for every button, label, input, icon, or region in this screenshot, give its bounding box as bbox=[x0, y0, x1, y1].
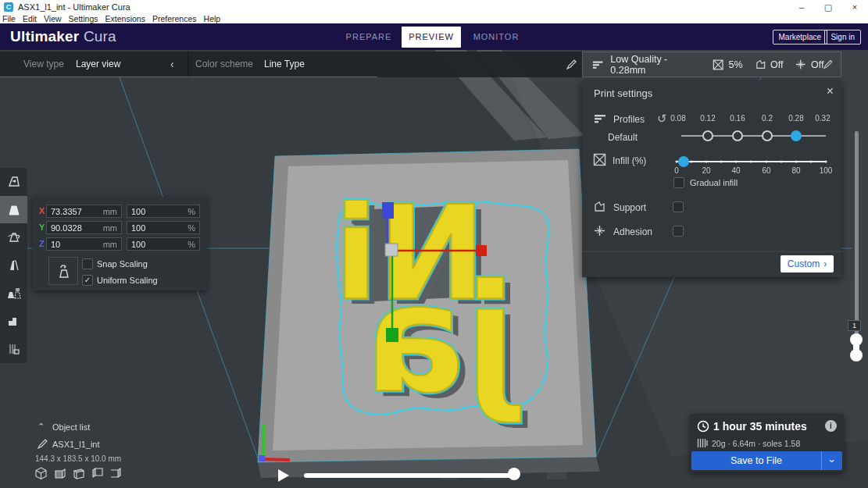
per-model-settings-button[interactable] bbox=[0, 280, 27, 308]
material-spool-icon bbox=[697, 438, 708, 448]
infill-tick: 100 bbox=[814, 166, 838, 175]
scale-z-pct-input[interactable]: 100 % bbox=[127, 237, 200, 251]
layer-number-badge: 1 bbox=[848, 320, 861, 331]
gradual-infill-checkbox[interactable] bbox=[673, 177, 684, 188]
layer-slider-track[interactable] bbox=[855, 131, 859, 337]
menu-file[interactable]: File bbox=[2, 14, 16, 23]
unit-label: mm bbox=[103, 240, 117, 249]
menu-extensions[interactable]: Extensions bbox=[105, 14, 145, 23]
gizmo-y-handle[interactable] bbox=[386, 328, 398, 342]
tab-monitor[interactable]: MONITOR bbox=[469, 23, 523, 50]
scale-z-mm-input[interactable]: 10 mm bbox=[46, 237, 122, 251]
infill-value: 5% bbox=[729, 59, 743, 70]
infill-label: Infill (%) bbox=[613, 155, 646, 166]
scale-x-mm-input[interactable]: 73.3357 mm bbox=[46, 205, 122, 218]
unit-label: % bbox=[188, 207, 195, 216]
edit-pencil-icon[interactable] bbox=[823, 59, 833, 69]
scale-y-value: 90.0328 bbox=[51, 223, 82, 233]
collapse-chevron-icon[interactable]: ‹ bbox=[170, 58, 174, 70]
view-3d-icon[interactable] bbox=[34, 467, 48, 480]
app-logo: Ultimaker Cura bbox=[10, 28, 116, 45]
support-blocker-button[interactable] bbox=[0, 308, 27, 336]
simulation-slider-track[interactable] bbox=[304, 473, 516, 478]
profile-slider-handle[interactable] bbox=[791, 130, 802, 141]
view-right-icon[interactable] bbox=[109, 467, 123, 480]
close-button[interactable]: × bbox=[841, 0, 868, 14]
axis-z-label: Z bbox=[39, 239, 45, 248]
adhesion-checkbox[interactable] bbox=[673, 226, 684, 237]
pencil-icon[interactable] bbox=[566, 59, 577, 69]
save-options-dropdown[interactable]: › bbox=[821, 451, 842, 470]
object-list-title[interactable]: Object list bbox=[52, 422, 90, 432]
layer-slider-handle[interactable] bbox=[850, 333, 863, 362]
rename-pencil-icon[interactable] bbox=[38, 439, 48, 449]
material-usage: 20g · 6.64m · soles 1.58 bbox=[712, 439, 800, 448]
cura-window: C ASX1_l1_int - Ultimaker Cura – ▢ × Fil… bbox=[0, 0, 868, 488]
view-top-icon[interactable] bbox=[72, 467, 85, 480]
scale-x-pct-input[interactable]: 100 % bbox=[127, 205, 200, 218]
view-type-label: View type bbox=[23, 59, 64, 69]
unit-label: mm bbox=[103, 223, 117, 233]
support-icon bbox=[755, 59, 766, 70]
minimize-button[interactable]: – bbox=[788, 0, 815, 14]
scale-x-pct: 100 bbox=[131, 207, 145, 216]
app-icon: C bbox=[4, 2, 13, 12]
snap-scaling-label: Snap Scaling bbox=[97, 259, 148, 269]
chevron-right-icon: › bbox=[823, 258, 827, 269]
custom-tool-button[interactable] bbox=[0, 335, 27, 363]
signin-button[interactable]: Sign in bbox=[824, 30, 861, 45]
profile-stop[interactable] bbox=[703, 131, 713, 141]
gizmo-center-handle[interactable] bbox=[385, 244, 398, 256]
marketplace-button[interactable]: Marketplace bbox=[773, 30, 827, 45]
info-icon[interactable]: i bbox=[825, 420, 837, 432]
move-tool-button[interactable] bbox=[0, 168, 27, 196]
custom-settings-button[interactable]: Custom › bbox=[780, 255, 834, 272]
scale-tool-button[interactable] bbox=[0, 196, 27, 224]
profile-stop[interactable] bbox=[733, 131, 742, 141]
gizmo-z-handle[interactable] bbox=[382, 202, 394, 219]
unit-label: % bbox=[188, 240, 195, 249]
infill-section-icon bbox=[593, 153, 606, 166]
support-section-icon bbox=[594, 201, 605, 212]
print-settings-bar[interactable]: Low Quality - 0.28mm 5% Off Off bbox=[582, 52, 841, 77]
axis-y-label: Y bbox=[39, 223, 45, 232]
rotate-tool-button[interactable] bbox=[0, 223, 27, 251]
print-settings-panel: Print settings × Profiles ↺ 0.08 0.12 0.… bbox=[582, 80, 841, 277]
scale-y-pct-input[interactable]: 100 % bbox=[127, 221, 200, 234]
uniform-scaling-checkbox[interactable]: ✓ bbox=[82, 275, 93, 286]
play-button[interactable] bbox=[278, 469, 289, 482]
view-left-icon[interactable] bbox=[91, 467, 104, 480]
profile-stop[interactable] bbox=[763, 131, 772, 141]
color-scheme-label: Color scheme bbox=[195, 59, 253, 69]
tab-preview[interactable]: PREVIEW bbox=[402, 27, 461, 48]
color-scheme-value[interactable]: Line Type bbox=[264, 59, 305, 69]
view-front-icon[interactable] bbox=[53, 467, 66, 480]
clock-icon bbox=[697, 420, 709, 433]
mirror-tool-button[interactable] bbox=[0, 251, 27, 280]
snap-scaling-checkbox[interactable] bbox=[82, 258, 93, 269]
chevron-up-icon[interactable]: ⌃ bbox=[38, 422, 45, 432]
layers-icon bbox=[592, 59, 603, 70]
save-to-file-button[interactable]: Save to File › bbox=[691, 451, 842, 470]
tab-prepare[interactable]: PREPARE bbox=[341, 23, 396, 50]
logo-light: Cura bbox=[84, 28, 116, 45]
scale-y-pct: 100 bbox=[131, 223, 145, 233]
scale-y-mm-input[interactable]: 90.0328 mm bbox=[46, 221, 122, 234]
title-bar: C ASX1_l1_int - Ultimaker Cura – ▢ × bbox=[0, 0, 868, 14]
reset-scale-button[interactable] bbox=[48, 257, 78, 285]
view-type-value[interactable]: Layer view bbox=[76, 59, 120, 69]
support-checkbox[interactable] bbox=[673, 201, 684, 212]
unit-label: mm bbox=[103, 207, 117, 216]
menu-help[interactable]: Help bbox=[204, 14, 221, 23]
menu-preferences[interactable]: Preferences bbox=[152, 14, 197, 23]
infill-slider-handle[interactable] bbox=[678, 156, 689, 167]
menu-settings[interactable]: Settings bbox=[69, 14, 98, 23]
maximize-button[interactable]: ▢ bbox=[815, 0, 841, 14]
adhesion-label: Adhesion bbox=[613, 226, 652, 237]
menu-view[interactable]: View bbox=[44, 14, 62, 23]
gizmo-x-handle[interactable] bbox=[476, 245, 487, 256]
viewport-3d[interactable]: Ni ja Ni ja Ni ja bbox=[0, 50, 868, 488]
menu-edit[interactable]: Edit bbox=[23, 14, 37, 23]
object-name[interactable]: ASX1_l1_int bbox=[52, 440, 100, 449]
simulation-slider-handle[interactable] bbox=[508, 468, 520, 480]
